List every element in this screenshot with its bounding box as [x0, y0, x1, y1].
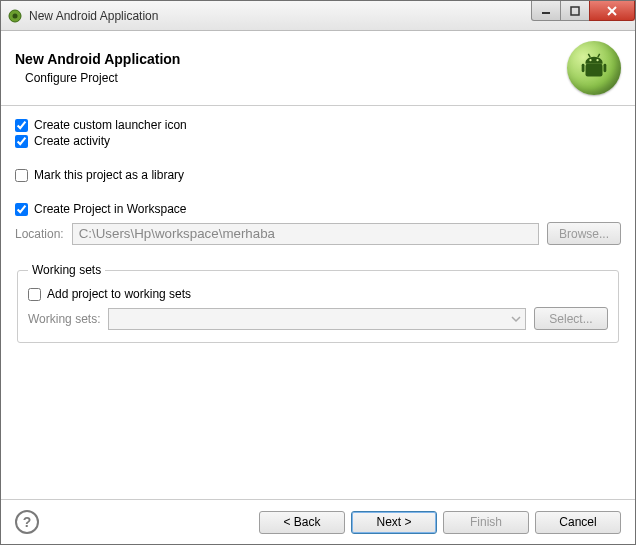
close-button[interactable] — [589, 1, 635, 21]
window-title: New Android Application — [29, 9, 158, 23]
cancel-button[interactable]: Cancel — [535, 511, 621, 534]
svg-rect-6 — [586, 64, 603, 77]
help-icon[interactable]: ? — [15, 510, 39, 534]
location-label: Location: — [15, 227, 64, 241]
page-title: New Android Application — [15, 51, 180, 67]
wizard-footer: ? < Back Next > Finish Cancel — [1, 499, 635, 544]
create-in-workspace-label[interactable]: Create Project in Workspace — [34, 202, 187, 216]
working-sets-group: Working sets Add project to working sets… — [17, 263, 619, 343]
chevron-down-icon — [511, 314, 521, 324]
svg-point-8 — [596, 59, 598, 61]
svg-line-11 — [588, 54, 590, 57]
wizard-header: New Android Application Configure Projec… — [1, 31, 635, 106]
maximize-button[interactable] — [560, 1, 590, 21]
create-in-workspace-checkbox[interactable] — [15, 203, 28, 216]
window-controls — [532, 1, 635, 21]
create-launcher-icon-label[interactable]: Create custom launcher icon — [34, 118, 187, 132]
wizard-window: New Android Application New Android Appl… — [0, 0, 636, 545]
create-launcher-icon-checkbox[interactable] — [15, 119, 28, 132]
location-input — [72, 223, 539, 245]
wizard-content: Create custom launcher icon Create activ… — [1, 106, 635, 499]
working-sets-legend: Working sets — [28, 263, 105, 277]
svg-point-7 — [589, 59, 591, 61]
svg-line-12 — [598, 54, 600, 57]
svg-rect-10 — [603, 64, 606, 73]
finish-button: Finish — [443, 511, 529, 534]
add-to-working-sets-checkbox[interactable] — [28, 288, 41, 301]
minimize-button[interactable] — [531, 1, 561, 21]
mark-as-library-label[interactable]: Mark this project as a library — [34, 168, 184, 182]
create-activity-label[interactable]: Create activity — [34, 134, 110, 148]
working-sets-dropdown — [108, 308, 526, 330]
app-icon — [7, 8, 23, 24]
svg-point-1 — [13, 13, 18, 18]
svg-rect-3 — [571, 7, 579, 15]
create-activity-checkbox[interactable] — [15, 135, 28, 148]
browse-button: Browse... — [547, 222, 621, 245]
android-icon — [567, 41, 621, 95]
svg-rect-9 — [582, 64, 585, 73]
working-sets-field-label: Working sets: — [28, 312, 100, 326]
page-subtitle: Configure Project — [15, 71, 180, 85]
mark-as-library-checkbox[interactable] — [15, 169, 28, 182]
next-button[interactable]: Next > — [351, 511, 437, 534]
titlebar[interactable]: New Android Application — [1, 1, 635, 31]
back-button[interactable]: < Back — [259, 511, 345, 534]
add-to-working-sets-label[interactable]: Add project to working sets — [47, 287, 191, 301]
select-working-sets-button: Select... — [534, 307, 608, 330]
